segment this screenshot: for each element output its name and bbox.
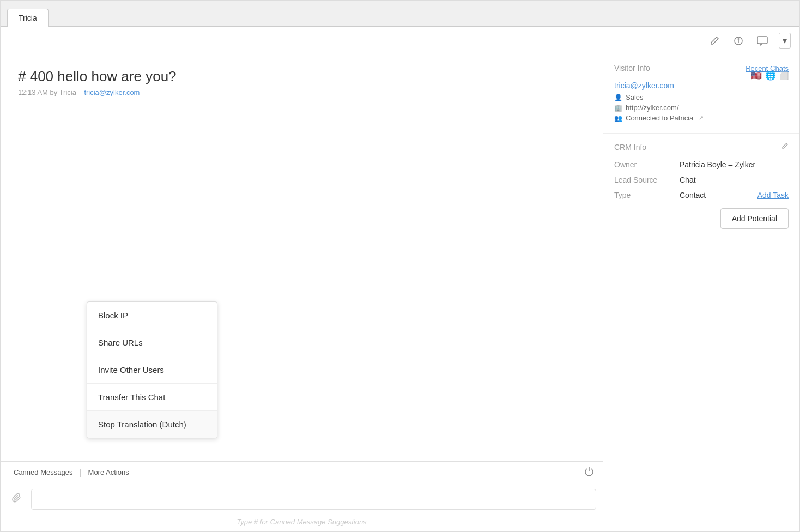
crm-value-owner: Patricia Boyle – Zylker bbox=[680, 160, 789, 169]
chat-toolbar: Canned Messages | More Actions bbox=[1, 462, 603, 483]
context-menu-invite-users[interactable]: Invite Other Users bbox=[87, 356, 217, 384]
crm-title: CRM Info bbox=[614, 143, 646, 152]
crm-label-type: Type bbox=[614, 191, 680, 200]
website-value: http://zylker.com/ bbox=[626, 104, 679, 112]
attach-icon[interactable] bbox=[7, 488, 27, 510]
context-menu-stop-translation[interactable]: Stop Translation (Dutch) bbox=[87, 411, 217, 438]
message-meta: 12:13 AM by Tricia – tricia@zylker.com bbox=[18, 88, 585, 96]
add-task-link[interactable]: Add Task bbox=[757, 191, 789, 200]
connected-icon: 👥 bbox=[614, 114, 622, 122]
canned-messages-button[interactable]: Canned Messages bbox=[9, 466, 77, 479]
power-icon[interactable] bbox=[584, 467, 594, 479]
crm-row-type: Type Contact Add Task bbox=[614, 191, 789, 200]
crm-value-type: Contact bbox=[680, 191, 757, 200]
connected-arrow-icon: ↗ bbox=[699, 114, 704, 122]
visitor-info-body: tricia@zylker.com 🇺🇸 🌐 ⬜ 👤 Sales 🏢 http:… bbox=[603, 77, 799, 134]
visitor-department: 👤 Sales bbox=[614, 93, 789, 101]
crm-value-lead-source: Chat bbox=[680, 176, 789, 184]
flag-globe: 🌐 bbox=[765, 70, 776, 81]
right-panel: Visitor Info Recent Chats tricia@zylker.… bbox=[603, 55, 799, 531]
main-area: # 400 hello how are you? 12:13 AM by Tri… bbox=[1, 55, 799, 531]
dropdown-button[interactable]: ▾ bbox=[779, 33, 791, 49]
crm-header: CRM Info bbox=[614, 142, 789, 152]
more-actions-button[interactable]: More Actions bbox=[84, 466, 134, 479]
connected-text: Connected to Patricia bbox=[626, 114, 693, 122]
context-menu-share-urls[interactable]: Share URLs bbox=[87, 329, 217, 356]
crm-actions: Add Potential bbox=[614, 208, 789, 229]
chat-input-field[interactable] bbox=[31, 489, 596, 510]
visitor-email[interactable]: tricia@zylker.com bbox=[614, 81, 674, 90]
visitor-website: 🏢 http://zylker.com/ bbox=[614, 104, 789, 112]
department-icon: 👤 bbox=[614, 94, 622, 101]
tab-bar: Tricia bbox=[1, 1, 799, 27]
svg-rect-3 bbox=[757, 37, 767, 44]
message-title: # 400 hello how are you? bbox=[18, 68, 585, 85]
toolbar-divider: | bbox=[77, 468, 83, 477]
visitor-connected: 👥 Connected to Patricia ↗ bbox=[614, 114, 789, 122]
add-potential-button[interactable]: Add Potential bbox=[720, 208, 789, 229]
crm-edit-icon[interactable] bbox=[781, 142, 789, 152]
website-icon: 🏢 bbox=[614, 104, 622, 112]
chat-panel: # 400 hello how are you? 12:13 AM by Tri… bbox=[1, 55, 603, 531]
context-menu-block-ip[interactable]: Block IP bbox=[87, 302, 217, 329]
crm-section: CRM Info Owner Patricia Boyle – Zylker L… bbox=[603, 134, 799, 238]
crm-row-lead-source: Lead Source Chat bbox=[614, 176, 789, 184]
context-menu-transfer-chat[interactable]: Transfer This Chat bbox=[87, 384, 217, 411]
chat-input-row bbox=[1, 483, 603, 515]
flag-other: ⬜ bbox=[779, 71, 789, 80]
context-menu: Block IP Share URLs Invite Other Users T… bbox=[87, 301, 217, 438]
flag-us: 🇺🇸 bbox=[751, 70, 762, 81]
chat-input-area: Canned Messages | More Actions bbox=[1, 461, 603, 531]
department-value: Sales bbox=[626, 93, 644, 101]
chat-hint: Type # for Canned Message Suggestions bbox=[1, 515, 603, 531]
info-icon[interactable] bbox=[731, 33, 746, 49]
crm-row-owner: Owner Patricia Boyle – Zylker bbox=[614, 160, 789, 169]
crm-label-lead-source: Lead Source bbox=[614, 176, 680, 184]
toolbar: ▾ bbox=[1, 27, 799, 55]
crm-label-owner: Owner bbox=[614, 160, 680, 169]
visitor-flags: 🇺🇸 🌐 ⬜ bbox=[751, 70, 789, 81]
visitor-info-title: Visitor Info bbox=[614, 64, 650, 72]
message-meta-prefix: 12:13 AM by Tricia – bbox=[18, 88, 82, 96]
message-email-link[interactable]: tricia@zylker.com bbox=[84, 88, 140, 96]
svg-point-2 bbox=[738, 38, 739, 39]
tab-tricia[interactable]: Tricia bbox=[7, 9, 49, 27]
chat-bubble-icon[interactable] bbox=[755, 33, 770, 49]
edit-icon[interactable] bbox=[707, 33, 722, 49]
chevron-down-icon: ▾ bbox=[783, 36, 787, 45]
